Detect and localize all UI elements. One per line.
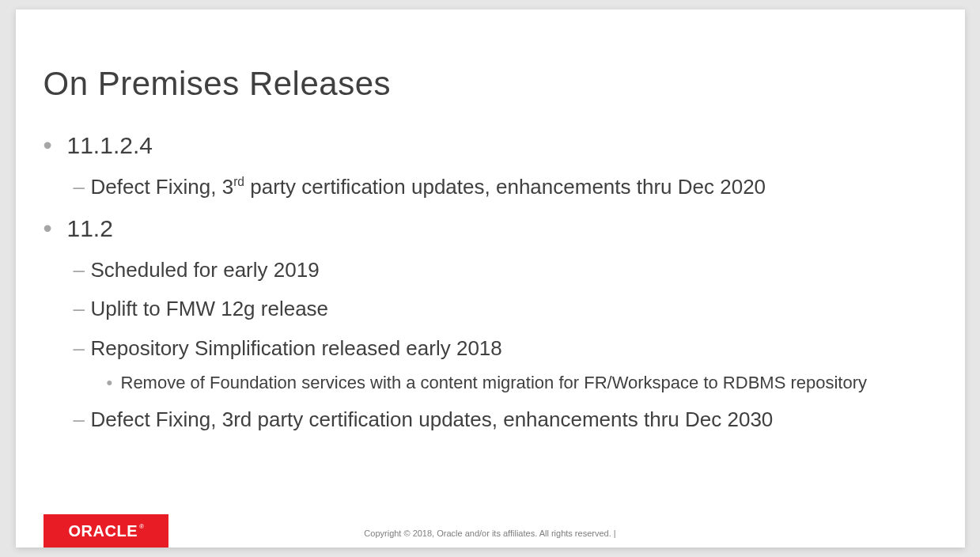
bullet-text: 11.2: [67, 215, 113, 241]
bullet-v2-sub4: Defect Fixing, 3rd party certification u…: [44, 405, 937, 435]
text-part: party certification updates, enhancement…: [244, 175, 766, 199]
bullet-v2-sub3-sub1: Remove of Foundation services with a con…: [44, 370, 937, 396]
slide: On Premises Releases 11.1.2.4 Defect Fix…: [16, 9, 965, 548]
bullet-v2-sub3: Repository Simplification released early…: [44, 334, 937, 364]
bullet-v2-sub2: Uplift to FMW 12g release: [44, 294, 937, 324]
text-part: Defect Fixing, 3: [91, 175, 234, 199]
copyright-text: Copyright © 2018, Oracle and/or its affi…: [16, 529, 965, 538]
bullet-v2-sub1: Scheduled for early 2019: [44, 256, 937, 286]
bullet-version-1: 11.1.2.4: [44, 128, 937, 163]
slide-title: On Premises Releases: [44, 65, 392, 103]
slide-content: 11.1.2.4 Defect Fixing, 3rd party certif…: [44, 120, 937, 434]
ordinal-sup: rd: [233, 175, 244, 188]
bullet-version-2: 11.2: [44, 211, 937, 246]
bullet-v1-sub1: Defect Fixing, 3rd party certification u…: [44, 172, 937, 203]
bullet-text: 11.1.2.4: [67, 132, 153, 158]
slide-footer: ORACLE® Copyright © 2018, Oracle and/or …: [16, 514, 965, 548]
